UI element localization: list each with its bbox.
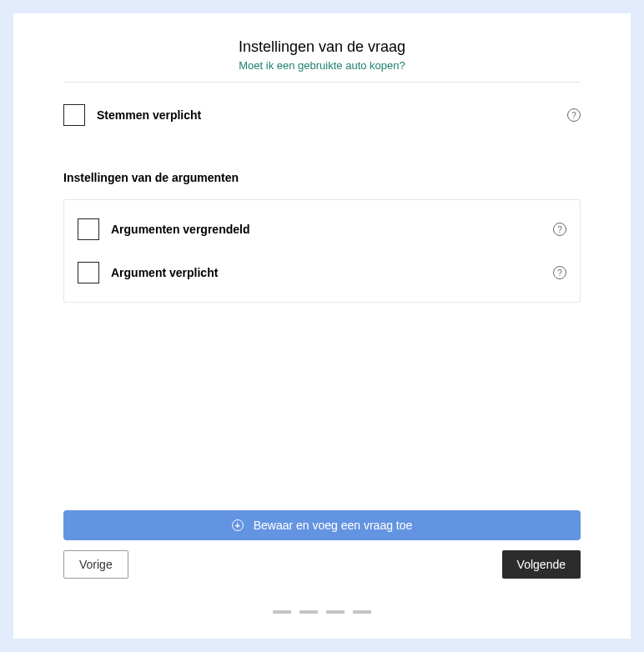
header: Instellingen van de vraag Moet ik een ge… — [63, 38, 581, 83]
arguments-locked-label: Argumenten vergrendeld — [111, 223, 249, 236]
votes-required-row: Stemmen verplicht ? — [63, 101, 581, 129]
arguments-settings-box: Argumenten vergrendeld ? Argument verpli… — [63, 199, 581, 303]
progress-step — [299, 610, 318, 614]
save-add-question-button[interactable]: + Bewaar en voeg een vraag toe — [63, 510, 581, 540]
save-add-label: Bewaar en voeg een vraag toe — [254, 519, 413, 532]
settings-card: Instellingen van de vraag Moet ik een ge… — [13, 13, 631, 639]
votes-required-label: Stemmen verplicht — [97, 108, 201, 122]
help-icon[interactable]: ? — [553, 223, 566, 236]
progress-step — [326, 610, 345, 614]
progress-step — [273, 610, 291, 614]
help-icon[interactable]: ? — [567, 108, 581, 122]
votes-required-checkbox[interactable] — [63, 104, 85, 126]
arguments-locked-row: Argumenten vergrendeld ? — [78, 215, 566, 243]
progress-indicator — [63, 610, 581, 614]
progress-step — [353, 610, 371, 614]
argument-required-checkbox[interactable] — [78, 262, 99, 283]
arguments-section-title: Instellingen van de argumenten — [63, 171, 581, 184]
argument-required-row: Argument verplicht ? — [78, 258, 566, 287]
next-button[interactable]: Volgende — [502, 550, 581, 579]
help-glyph: ? — [557, 225, 562, 234]
setting-left: Stemmen verplicht — [63, 104, 201, 126]
page-subtitle: Moet ik een gebruikte auto kopen? — [63, 59, 581, 72]
previous-button[interactable]: Vorige — [63, 550, 128, 579]
plus-circle-icon: + — [232, 519, 244, 531]
nav-row: Vorige Volgende — [63, 550, 581, 579]
help-glyph: ? — [557, 268, 562, 278]
footer: + Bewaar en voeg een vraag toe Vorige Vo… — [63, 510, 581, 614]
arguments-locked-checkbox[interactable] — [78, 218, 99, 240]
page-title: Instellingen van de vraag — [63, 38, 581, 56]
help-icon[interactable]: ? — [553, 266, 566, 279]
setting-left: Argument verplicht — [78, 262, 218, 283]
setting-left: Argumenten vergrendeld — [78, 218, 249, 240]
plus-glyph: + — [234, 521, 239, 530]
help-glyph: ? — [571, 111, 576, 120]
argument-required-label: Argument verplicht — [111, 266, 218, 279]
spacer — [63, 303, 581, 494]
